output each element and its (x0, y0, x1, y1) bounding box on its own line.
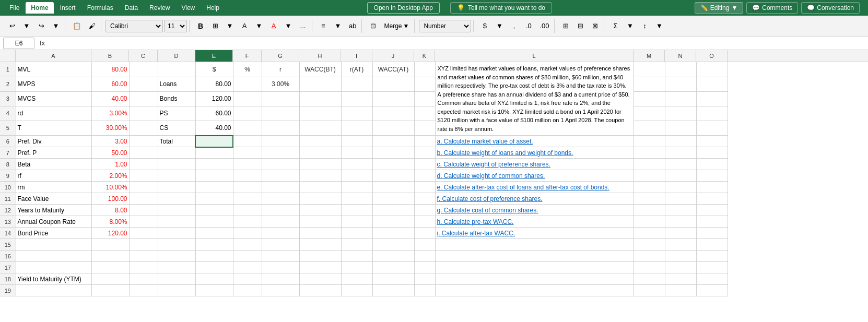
cell-K4[interactable] (414, 106, 435, 121)
cell-J17[interactable] (372, 262, 414, 273)
cell-J8[interactable] (372, 159, 414, 170)
cell-A17[interactable] (16, 262, 91, 273)
cell-K3[interactable] (414, 91, 435, 106)
cell-B10[interactable]: 10.00% (91, 182, 129, 193)
cell-A19[interactable] (16, 285, 91, 296)
col-header-C[interactable]: C (129, 50, 158, 62)
cell-E17[interactable] (195, 262, 233, 273)
cell-G7[interactable] (262, 147, 299, 159)
cell-K11[interactable] (414, 193, 435, 205)
col-header-N[interactable]: N (665, 50, 696, 62)
col-header-L[interactable]: L (435, 50, 634, 62)
cell-D7[interactable] (158, 147, 195, 159)
cell-M17[interactable] (634, 262, 665, 273)
cell-D8[interactable] (158, 159, 195, 170)
cell-H6[interactable] (299, 136, 341, 147)
redo-button[interactable]: ↪ (34, 19, 48, 33)
cell-A7[interactable]: Pref. P (16, 147, 91, 159)
cell-A15[interactable] (16, 239, 91, 251)
decrease-decimal[interactable]: .0 (522, 19, 535, 33)
cell-reference-input[interactable] (3, 38, 34, 49)
cell-D9[interactable] (158, 170, 195, 182)
comments-button[interactable]: 💬 Comments (746, 2, 798, 14)
cell-J2[interactable] (372, 77, 414, 91)
cell-O1[interactable] (696, 62, 728, 77)
cell-I13[interactable] (341, 216, 372, 228)
font-size-select[interactable]: 11 (164, 20, 187, 32)
cell-E7[interactable] (195, 147, 233, 159)
cell-G10[interactable] (262, 182, 299, 193)
cell-H15[interactable] (299, 239, 341, 251)
menu-data[interactable]: Data (120, 2, 143, 14)
cell-C2[interactable] (129, 77, 158, 91)
cell-E5[interactable]: 40.00 (195, 121, 233, 135)
cell-L13[interactable]: h. Calculate pre-tax WACC. (435, 216, 634, 228)
cell-B9[interactable]: 2.00% (91, 170, 129, 182)
cell-D18[interactable] (158, 273, 195, 285)
cell-L8[interactable]: c. Calculate weight of preference shares… (435, 159, 634, 170)
undo-button[interactable]: ↩ (5, 19, 19, 33)
cell-N6[interactable] (665, 136, 696, 147)
cell-O3[interactable] (696, 91, 728, 106)
cell-I19[interactable] (341, 285, 372, 296)
cell-I12[interactable] (341, 205, 372, 216)
cell-O12[interactable] (696, 205, 728, 216)
cell-J15[interactable] (372, 239, 414, 251)
cell-M12[interactable] (634, 205, 665, 216)
cell-K12[interactable] (414, 205, 435, 216)
cell-I11[interactable] (341, 193, 372, 205)
cell-N1[interactable] (665, 62, 696, 77)
cell-I1[interactable]: r(AT) (341, 62, 372, 77)
cell-M2[interactable] (634, 77, 665, 91)
cell-F6[interactable] (233, 136, 262, 147)
cell-F19[interactable] (233, 285, 262, 296)
format-cells[interactable]: ⊠ (588, 19, 602, 33)
cell-B19[interactable] (91, 285, 129, 296)
cell-K5[interactable] (414, 121, 435, 135)
currency-dropdown[interactable]: ▼ (492, 19, 506, 33)
cell-E19[interactable] (195, 285, 233, 296)
cell-I9[interactable] (341, 170, 372, 182)
col-header-I[interactable]: I (341, 50, 372, 62)
cell-L6[interactable]: a. Calculate market value of asset. (435, 136, 634, 147)
cell-C19[interactable] (129, 285, 158, 296)
cell-K10[interactable] (414, 182, 435, 193)
cell-B2[interactable]: 60.00 (91, 77, 129, 91)
cell-M4[interactable] (634, 106, 665, 121)
cell-E13[interactable] (195, 216, 233, 228)
cell-L17[interactable] (435, 262, 634, 273)
cell-H7[interactable] (299, 147, 341, 159)
cell-A1[interactable]: MVL (16, 62, 91, 77)
cell-F4[interactable] (233, 106, 262, 121)
cell-G14[interactable] (262, 228, 299, 239)
cell-O16[interactable] (696, 251, 728, 262)
cell-K15[interactable] (414, 239, 435, 251)
wrap-button[interactable]: ab (346, 19, 359, 33)
cell-D5[interactable]: CS (158, 121, 195, 135)
cell-H10[interactable] (299, 182, 341, 193)
cell-H1[interactable]: WACC(BT) (299, 62, 341, 77)
cell-C9[interactable] (129, 170, 158, 182)
cell-M19[interactable] (634, 285, 665, 296)
cell-N4[interactable] (665, 106, 696, 121)
cell-M16[interactable] (634, 251, 665, 262)
cell-H16[interactable] (299, 251, 341, 262)
align-button[interactable]: ≡ (316, 19, 330, 33)
cell-O13[interactable] (696, 216, 728, 228)
merge-button[interactable]: Merge ▼ (381, 20, 412, 32)
cell-F2[interactable] (233, 77, 262, 91)
menu-insert[interactable]: Insert (55, 2, 81, 14)
cell-J6[interactable] (372, 136, 414, 147)
cell-L12[interactable]: g. Calculate cost of common shares. (435, 205, 634, 216)
cell-G13[interactable] (262, 216, 299, 228)
cell-M9[interactable] (634, 170, 665, 182)
cell-A4[interactable]: rd (16, 106, 91, 121)
cell-J14[interactable] (372, 228, 414, 239)
cell-C13[interactable] (129, 216, 158, 228)
cell-E18[interactable] (195, 273, 233, 285)
borders-button[interactable]: ⊞ (208, 19, 222, 33)
cell-O6[interactable] (696, 136, 728, 147)
cell-M1[interactable] (634, 62, 665, 77)
cell-L7[interactable]: b. Calculate weight of loans and weight … (435, 147, 634, 159)
sort-button[interactable]: ↕ (638, 19, 651, 33)
